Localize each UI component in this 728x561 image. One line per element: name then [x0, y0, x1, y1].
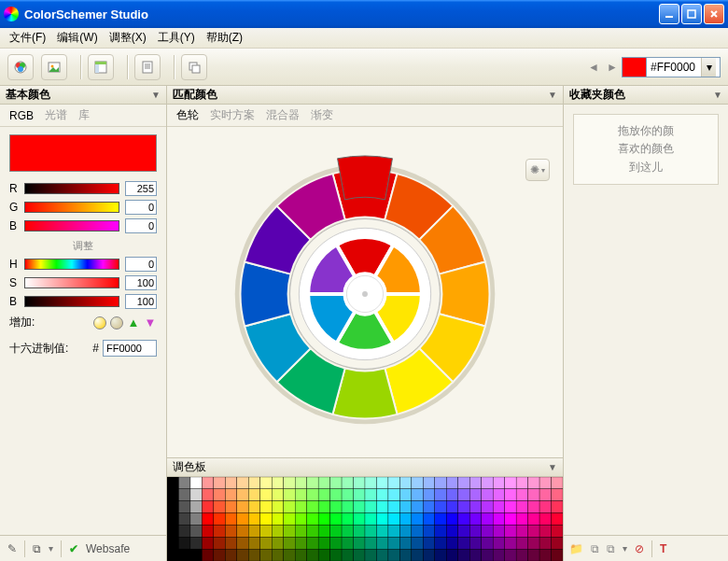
svg-rect-31: [272, 477, 283, 489]
close-button[interactable]: [704, 4, 724, 24]
arrow-down-icon[interactable]: ▼: [144, 316, 157, 330]
svg-rect-62: [237, 489, 248, 501]
text-icon[interactable]: T: [660, 542, 666, 555]
color-wheel[interactable]: [173, 133, 557, 452]
svg-rect-174: [354, 525, 365, 537]
svg-rect-180: [423, 525, 434, 537]
gear-icon[interactable]: ✺▾: [525, 159, 550, 181]
slider-br-label: B: [9, 295, 19, 308]
svg-rect-202: [284, 537, 295, 549]
svg-rect-44: [423, 477, 434, 489]
chevron-down-icon[interactable]: ▼: [151, 90, 161, 100]
svg-rect-41: [388, 477, 399, 489]
slider-b-input[interactable]: [125, 218, 157, 233]
svg-rect-256: [516, 549, 527, 561]
moon-icon[interactable]: [110, 316, 123, 330]
left-subtabs: RGB 光谱 库: [0, 105, 166, 127]
left-footer: ✎ ⧉ ▾ ✔ Websafe: [0, 535, 166, 561]
slider-r-bar[interactable]: [24, 183, 119, 194]
favorites-dropzone[interactable]: 拖放你的颜 喜欢的颜色 到这儿: [573, 114, 719, 185]
hex-field[interactable]: ▾: [622, 57, 721, 77]
slider-h-input[interactable]: [125, 257, 157, 272]
svg-rect-173: [342, 525, 353, 537]
no-icon[interactable]: ⊘: [635, 542, 644, 555]
menu-edit[interactable]: 编辑(W): [51, 28, 103, 48]
chevron-down-icon[interactable]: ▼: [548, 462, 557, 472]
svg-rect-39: [365, 477, 376, 489]
tool-copy-icon[interactable]: [181, 54, 207, 80]
menu-adjust[interactable]: 调整(X): [104, 28, 152, 48]
sun-icon[interactable]: [93, 316, 106, 330]
tab-spectrum[interactable]: 光谱: [45, 107, 67, 123]
svg-rect-152: [493, 513, 504, 526]
svg-rect-205: [318, 537, 329, 549]
wheel-area: ✺▾: [167, 127, 563, 458]
arrow-up-icon[interactable]: ▲: [127, 316, 140, 330]
slider-g-input[interactable]: [125, 200, 157, 215]
nav-fwd-icon[interactable]: ►: [605, 60, 620, 75]
slider-br-input[interactable]: [125, 294, 157, 309]
svg-rect-234: [260, 549, 272, 561]
slider-b-bar[interactable]: [24, 220, 119, 231]
svg-rect-191: [552, 525, 563, 537]
chevron-down-icon[interactable]: ▼: [548, 90, 557, 100]
slider-br-bar[interactable]: [24, 296, 119, 307]
tab-hue[interactable]: 库: [78, 107, 90, 123]
svg-rect-213: [412, 537, 423, 549]
folder-icon[interactable]: 📁: [569, 542, 583, 555]
tab-wheel[interactable]: 色轮: [176, 107, 199, 123]
tab-rgb[interactable]: RGB: [9, 109, 34, 122]
svg-rect-74: [376, 489, 387, 501]
svg-rect-11: [143, 62, 152, 73]
tab-mixer[interactable]: 混合器: [266, 107, 300, 123]
svg-rect-187: [505, 525, 516, 537]
menu-file[interactable]: 文件(F): [4, 28, 51, 48]
svg-rect-10: [95, 64, 99, 73]
svg-rect-197: [225, 537, 236, 549]
svg-rect-37: [342, 477, 353, 489]
chevron-down-icon[interactable]: ▼: [713, 90, 722, 100]
svg-rect-257: [528, 549, 539, 561]
tool-image-icon[interactable]: [41, 54, 67, 80]
slider-s-bar[interactable]: [24, 277, 119, 288]
nav-back-icon[interactable]: ◄: [586, 60, 601, 75]
tool-page-icon[interactable]: [134, 54, 161, 80]
slider-h-bar[interactable]: [24, 259, 119, 270]
slider-g: G: [0, 198, 166, 217]
tab-live[interactable]: 实时方案: [210, 107, 255, 123]
save-icon[interactable]: ⧉: [591, 542, 599, 555]
maximize-button[interactable]: [681, 4, 702, 24]
svg-rect-236: [284, 549, 295, 561]
hex-label: 十六进制值:: [9, 341, 89, 357]
svg-rect-112: [423, 501, 434, 513]
slider-s-input[interactable]: [125, 275, 157, 290]
minimize-button[interactable]: [659, 4, 679, 24]
svg-rect-35: [318, 477, 329, 489]
svg-rect-102: [307, 501, 318, 513]
hex-value-input[interactable]: [103, 340, 157, 357]
menu-tools[interactable]: 工具(Y): [152, 28, 201, 48]
slider-r-input[interactable]: [125, 181, 157, 196]
copy-icon[interactable]: ⧉: [33, 542, 41, 555]
eyedropper-icon[interactable]: ✎: [7, 542, 17, 555]
svg-rect-241: [342, 549, 353, 561]
duplicate-icon[interactable]: ⧉: [607, 542, 615, 555]
menu-help[interactable]: 帮助(Z): [201, 28, 248, 48]
hex-input[interactable]: [647, 61, 701, 74]
svg-rect-207: [342, 537, 353, 549]
svg-rect-230: [214, 549, 225, 561]
tab-grad[interactable]: 渐变: [311, 107, 333, 123]
left-pane-title: 基本颜色: [6, 87, 50, 103]
slider-g-bar[interactable]: [24, 202, 119, 213]
palette-grid[interactable]: [167, 477, 563, 561]
slider-b-label: B: [9, 219, 19, 232]
svg-rect-139: [342, 513, 353, 526]
svg-rect-28: [237, 477, 248, 489]
svg-rect-168: [284, 525, 295, 537]
svg-rect-110: [399, 501, 411, 513]
hex-dropdown-icon[interactable]: ▾: [701, 58, 716, 77]
tool-color-wheel-icon[interactable]: [7, 54, 34, 80]
svg-rect-138: [330, 513, 342, 526]
svg-rect-158: [167, 525, 178, 537]
tool-layout-icon[interactable]: [88, 54, 114, 80]
